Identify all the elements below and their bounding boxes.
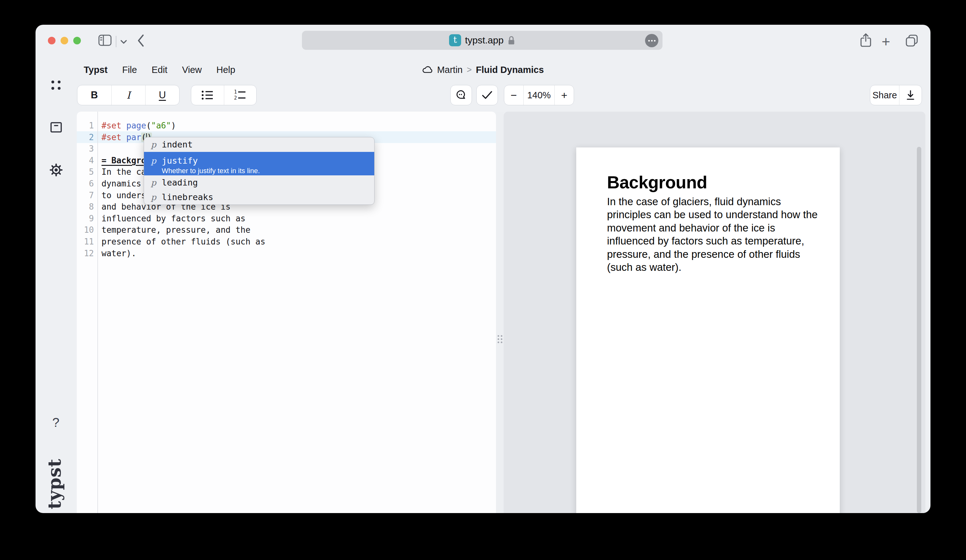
sidebar-toggle-icon[interactable] [98,34,112,46]
code-token: presence of other fluids (such as [102,237,265,246]
comment-button[interactable] [450,85,472,105]
list-button-group: 1 2 [191,85,256,105]
code-token [122,121,127,130]
back-button[interactable] [136,34,145,48]
code-line[interactable]: temperature, pressure, and the [102,224,265,236]
numbered-list-button[interactable]: 1 2 [224,85,256,105]
code-token: "a6" [151,121,171,130]
share-button[interactable]: Share [870,85,899,105]
preview-pane: Background In the case of glaciers, flui… [504,112,925,513]
svg-text:1: 1 [234,89,237,95]
code-token: ) [171,121,176,130]
template-box-icon[interactable] [51,122,62,133]
breadcrumb-document-title[interactable]: Fluid Dynamics [476,65,544,75]
bullet-list-icon [201,90,214,100]
page-paragraph: In the case of glaciers, fluid dynamics … [607,195,826,274]
code-token: par [126,133,141,142]
gutter-divider [97,112,98,513]
line-number: 3 [77,143,94,155]
download-button[interactable] [899,85,922,105]
autocomplete-item-indent[interactable]: pindent [144,137,374,152]
zoom-button-group: − 140% + [504,85,574,105]
svg-text:2: 2 [234,95,237,101]
underline-button[interactable]: U [145,85,179,105]
line-number: 8 [77,201,94,213]
parameter-prefix: p [151,154,162,167]
code-token: page [126,121,146,130]
breadcrumb-workspace[interactable]: Martin [437,65,463,75]
parameter-prefix: p [151,175,162,190]
line-number: 5 [77,166,94,178]
autocompile-toggle-button[interactable] [476,85,498,105]
close-window-button[interactable] [48,37,56,44]
breadcrumb: Martin > Fluid Dynamics [36,63,930,77]
italic-button[interactable]: I [111,85,145,105]
line-number: 2 [77,131,94,143]
chevron-down-icon[interactable] [120,39,128,44]
bold-button[interactable]: B [77,85,111,105]
help-button[interactable]: ? [48,415,63,430]
line-number: 1 [77,120,94,131]
line-number: 11 [77,236,94,248]
zoom-out-button[interactable]: − [504,85,523,105]
titlebar-divider [116,36,117,47]
app-grid-icon[interactable] [51,80,61,90]
address-bar[interactable]: t typst.app [302,31,662,50]
code-line[interactable]: water). [102,248,265,259]
line-number: 4 [77,155,94,166]
url-text: typst.app [465,35,504,46]
check-icon [481,90,493,100]
zoom-in-button[interactable]: + [554,85,574,105]
site-favicon: t [449,34,461,46]
code-line[interactable]: influenced by factors such as [102,213,265,225]
autocomplete-label: linebreaks [162,190,214,205]
text-style-button-group: B I U [77,85,179,105]
code-line[interactable]: #set page("a6") [102,120,265,131]
autocomplete-label: leading [162,175,198,190]
share-page-icon[interactable] [859,33,872,48]
line-number: 7 [77,190,94,201]
line-number: 6 [77,178,94,190]
line-number: 9 [77,213,94,225]
cloud-icon [422,66,433,74]
new-tab-icon[interactable]: + [882,33,890,50]
autocomplete-item-leading[interactable]: pleading [144,175,374,190]
typst-logo: typst [43,453,65,509]
line-number: 12 [77,248,94,259]
autocomplete-item-justify[interactable]: pjustifyWhether to justify text in its l… [144,152,374,175]
numbered-list-icon: 1 2 [234,89,246,101]
autocomplete-description: Whether to justify text in its line. [162,167,260,175]
comment-icon [455,90,467,100]
lock-icon [508,36,515,45]
tab-overview-icon[interactable] [905,34,918,47]
drag-handle-icon[interactable] [498,335,503,343]
line-number-gutter: 123456789101112 [77,120,94,259]
document-page: Background In the case of glaciers, flui… [576,148,840,513]
page-settings-icon[interactable] [645,34,659,47]
code-token: #set [102,133,122,142]
settings-gear-icon[interactable] [49,163,63,177]
autocomplete-label: justify [162,154,260,167]
zoom-level-value[interactable]: 140% [523,85,555,105]
preview-scrollbar[interactable] [917,147,921,513]
code-token: temperature, pressure, and the [102,225,251,235]
autocomplete-label: indent [162,137,193,152]
parameter-prefix: p [151,137,162,152]
code-token: ( [146,121,151,130]
code-token: #set [102,121,122,130]
download-icon [905,90,915,100]
code-token: water). [102,249,136,258]
breadcrumb-separator: > [467,65,472,75]
minimize-window-button[interactable] [61,37,68,44]
fullscreen-window-button[interactable] [73,37,81,44]
line-number: 10 [77,224,94,236]
code-line[interactable]: presence of other fluids (such as [102,236,265,248]
code-token [122,133,127,142]
pane-resize-divider[interactable] [496,112,504,513]
parameter-prefix: p [151,190,162,205]
autocomplete-dropdown: pindentpjustifyWhether to justify text i… [144,137,375,205]
bullet-list-button[interactable] [191,85,224,105]
screenshot-stage: t typst.app + TypstFil [0,0,966,560]
browser-window: t typst.app + TypstFil [36,25,930,513]
autocomplete-item-linebreaks[interactable]: plinebreaks [144,190,374,205]
